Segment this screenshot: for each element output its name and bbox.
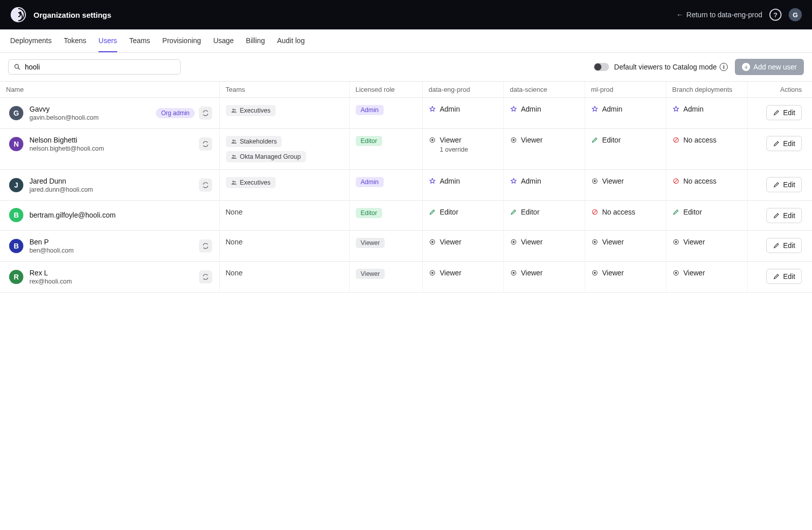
licensed-role-badge: Editor	[356, 208, 383, 218]
dot-icon	[429, 136, 436, 144]
tab-deployments[interactable]: Deployments	[10, 29, 52, 52]
catalog-mode-toggle[interactable]	[594, 63, 609, 71]
permission-label: Viewer	[440, 269, 462, 277]
team-chip[interactable]: Executives	[226, 105, 276, 116]
tab-usage[interactable]: Usage	[213, 29, 233, 52]
col-actions: Actions	[747, 82, 812, 98]
dot-icon	[672, 269, 680, 276]
search-input[interactable]	[25, 63, 175, 71]
permission-label: Admin	[684, 105, 704, 113]
tab-provisioning[interactable]: Provisioning	[162, 29, 201, 52]
dot-icon	[510, 136, 517, 144]
avatar: R	[9, 270, 23, 284]
permission-label: Viewer	[440, 136, 462, 144]
pencil-icon	[591, 136, 598, 144]
permission-label: Editor	[440, 208, 459, 216]
dot-icon	[591, 269, 598, 276]
permission-label: No access	[684, 136, 717, 144]
svg-point-0	[11, 7, 26, 22]
arrow-left-icon: ←	[676, 11, 684, 19]
tab-billing[interactable]: Billing	[246, 29, 265, 52]
table-row: JJared Dunnjared.dunn@hooli.comExecutive…	[0, 170, 812, 201]
help-icon[interactable]: ?	[769, 9, 782, 21]
top-bar-left: Organization settings	[10, 7, 111, 23]
return-label: Return to data-eng-prod	[687, 11, 762, 19]
user-email: gavin.belson@hooli.com	[29, 114, 98, 121]
permission-label: Admin	[440, 177, 460, 185]
svg-point-31	[675, 241, 676, 243]
edit-button[interactable]: Edit	[766, 208, 802, 223]
svg-point-27	[513, 241, 514, 243]
table-row: Bbertram.gilfoyle@hooli.comNoneEditorEdi…	[0, 201, 812, 231]
permission-label: Viewer	[521, 238, 543, 246]
permission-label: Editor	[684, 208, 702, 216]
permission-label: Editor	[521, 208, 540, 216]
team-chip[interactable]: Executives	[226, 177, 276, 188]
svg-point-25	[431, 241, 433, 243]
teams-none: None	[226, 208, 243, 216]
svg-point-39	[675, 272, 676, 274]
user-email: bertram.gilfoyle@hooli.com	[29, 211, 116, 219]
col-licensed-role: Licensed role	[349, 82, 422, 98]
page-title: Organization settings	[33, 11, 111, 19]
pencil-icon	[429, 208, 436, 216]
sync-icon	[199, 137, 212, 151]
sync-icon	[199, 239, 212, 253]
teams-none: None	[226, 238, 243, 246]
sync-icon	[199, 270, 212, 284]
edit-button[interactable]: Edit	[766, 238, 802, 253]
edit-button[interactable]: Edit	[766, 269, 802, 284]
svg-point-17	[234, 181, 235, 183]
user-email: rex@hooli.com	[29, 278, 72, 285]
permission-label: Admin	[440, 105, 460, 113]
permission-label: Editor	[602, 136, 621, 144]
svg-point-16	[232, 181, 234, 183]
licensed-role-badge: Editor	[356, 136, 383, 146]
star-icon	[510, 105, 517, 113]
team-chip[interactable]: Stakeholders	[226, 136, 282, 147]
tab-users[interactable]: Users	[98, 29, 117, 52]
pencil-icon	[510, 208, 517, 216]
search-icon	[14, 63, 21, 70]
dot-icon	[672, 238, 680, 245]
tab-audit-log[interactable]: Audit log	[277, 29, 304, 52]
top-bar-right: ← Return to data-eng-prod ? G	[676, 8, 802, 21]
user-name: Ben P	[29, 238, 74, 246]
col-ml-prod: ml-prod	[585, 82, 666, 98]
svg-line-3	[18, 68, 20, 70]
app-logo	[10, 7, 26, 23]
current-user-avatar[interactable]: G	[789, 8, 802, 21]
team-chip[interactable]: Okta Managed Group	[226, 151, 306, 162]
permission-label: Viewer	[602, 238, 624, 246]
col-name: Name	[0, 82, 219, 98]
info-icon[interactable]: i	[720, 63, 728, 71]
catalog-mode-label: Default viewers to Catalog mode i	[614, 63, 728, 71]
dot-icon	[510, 269, 517, 276]
toolbar: Default viewers to Catalog mode i + Add …	[0, 53, 812, 81]
search-box[interactable]	[8, 59, 181, 75]
teams-none: None	[226, 269, 243, 277]
star-icon	[591, 105, 598, 113]
user-email: jared.dunn@hooli.com	[29, 186, 93, 193]
sync-icon	[199, 179, 212, 192]
add-user-button[interactable]: + Add new user	[735, 59, 804, 75]
svg-point-2	[15, 64, 19, 68]
permission-label: Viewer	[521, 269, 543, 277]
permission-label: Viewer	[602, 177, 624, 185]
user-name: Rex L	[29, 269, 72, 277]
return-link[interactable]: ← Return to data-eng-prod	[676, 11, 762, 19]
dot-icon	[591, 238, 598, 245]
star-icon	[510, 178, 517, 185]
tab-tokens[interactable]: Tokens	[64, 29, 86, 52]
permission-label: Viewer	[684, 238, 705, 246]
edit-button[interactable]: Edit	[766, 136, 802, 151]
table-header-row: NameTeamsLicensed roledata-eng-proddata-…	[0, 82, 812, 98]
ban-icon	[591, 208, 598, 216]
tab-teams[interactable]: Teams	[129, 29, 150, 52]
star-icon	[429, 178, 436, 185]
catalog-mode-toggle-wrap: Default viewers to Catalog mode i	[594, 63, 728, 71]
edit-button[interactable]: Edit	[766, 105, 802, 120]
edit-button[interactable]: Edit	[766, 177, 802, 192]
permission-label: Viewer	[684, 269, 705, 277]
dot-icon	[591, 178, 598, 185]
